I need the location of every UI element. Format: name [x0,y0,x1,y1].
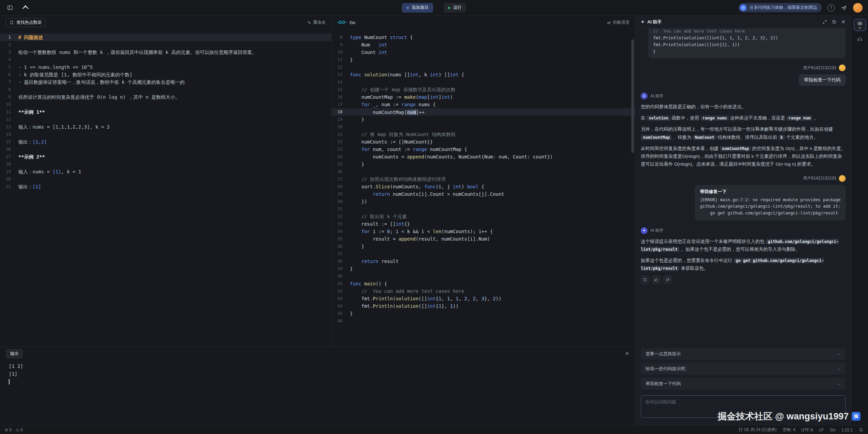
editor-line-15[interactable]: 15 // 创建一个 map 存储数字及其出现的次数 [332,86,635,93]
code-editor[interactable]: 8type NumCount struct {9 Num int10 Count… [332,29,635,346]
editor-line-44[interactable]: 44 fmt.Println(solution([]int{1}, 1)) [332,302,635,310]
feedback-icon[interactable] [840,4,848,12]
editor-line-13[interactable]: 13func solution(nums []int, k int) []int… [332,71,635,78]
editor-line-18[interactable]: 18 [0,161,331,168]
regenerate-button[interactable] [641,276,649,284]
warnings-indicator[interactable]: ⚠ 0 [16,428,23,432]
editor-line-45[interactable]: 45} [332,310,635,317]
editor-line-43[interactable]: 43 fmt.Println(solution([]int{1, 1, 1, 2… [332,295,635,302]
editor-line-12[interactable]: 12 [0,116,331,123]
editor-line-11[interactable]: 11**示例 1** [0,108,331,116]
editor-line-26[interactable]: 26 [332,168,635,175]
editor-line-36[interactable]: 36 } [332,243,635,250]
editor-line-14[interactable]: 14 [332,78,635,86]
panel-toggle-icon[interactable] [5,3,14,12]
status-item[interactable]: 1.22.1 [842,428,853,432]
editor-line-22[interactable]: 22 numCounts := []NumCount{} [332,138,635,146]
editor-line-42[interactable]: 42 // You can add more test cases here [332,287,635,295]
editor-line-39[interactable]: 39} [332,265,635,272]
editor-line-11[interactable]: 11} [332,56,635,63]
editor-line-15[interactable]: 15输出：[1,2] [0,138,331,146]
editor-line-5[interactable]: 5- 1 <= nums.length <= 10^5 [0,63,331,71]
editor-line-8[interactable]: 8type NumCount struct { [332,34,635,41]
editor-line-27[interactable]: 27 // 按照出现次数对结构体数组进行排序 [332,175,635,183]
expand-icon[interactable] [823,20,827,24]
editor-line-16[interactable]: 16 [0,146,331,153]
editor-line-31[interactable]: 31 [332,205,635,213]
close-icon[interactable]: ✕ [841,19,846,25]
editor-line-16[interactable]: 16 numCountMap := make(map[int]int) [332,93,635,101]
output-console[interactable]: [1 2][1] [0,360,635,386]
editor-line-13[interactable]: 13输入：nums = [1,1,1,2,2,3], k = 2 [0,123,331,131]
editor-line-4[interactable]: 4 [0,56,331,63]
editor-line-3[interactable]: 3给你一个整数数组 nums 和一个整数 k ，请你返回其中出现频率前 k 高的… [0,49,331,56]
main-area: 查找热点数据 ✎ 重命名 1# 问题描述23给你一个整数数组 nums 和一个整… [0,16,868,425]
editor-line-21[interactable]: 21 // 将 map 转换为 NumCount 结构体数组 [332,131,635,138]
editor-line-19[interactable]: 19 } [332,116,635,123]
status-item[interactable]: UTF-8 [802,428,813,432]
editor-line-7[interactable]: 7- 题目数据保证答案唯一，换句话说，数组中前 k 个高频元素的集合是唯一的 [0,78,331,86]
editor-line-28[interactable]: 28 sort.Slice(numCounts, func(i, j int) … [332,183,635,190]
editor-line-35[interactable]: 35 result = append(result, numCounts[i].… [332,235,635,243]
editor-line-38[interactable]: 38 return result [332,258,635,265]
editor-line-2[interactable]: 2 [0,41,331,49]
promo-banner[interactable]: 分 分享代码练习体验，领限量定制周边 [738,3,822,12]
status-item[interactable]: 空格: 4 [783,427,795,433]
ai-assistant-button[interactable]: AI [854,19,866,31]
status-item[interactable]: Go [830,428,835,432]
editor-line-24[interactable]: 24 numCounts = append(numCounts, NumCoun… [332,153,635,161]
editor-line-10[interactable]: 10 Count int [332,49,635,56]
editor-line-12[interactable]: 12 [332,63,635,71]
suggestion-button[interactable]: 帮我检查一下代码→ [641,378,846,390]
errors-indicator[interactable]: ⊘ 0 [5,428,12,432]
editor-line-21[interactable]: 21输出：[1] [0,183,331,190]
editor-line-17[interactable]: 17 for _, num := range nums { [332,101,635,108]
editor-line-8[interactable]: 8 [0,86,331,93]
editor-line-46[interactable]: 46 [332,317,635,325]
problem-title-button[interactable]: 查找热点数据 [5,18,46,27]
editor-line-33[interactable]: 33 result := []int{} [332,220,635,228]
user-avatar[interactable] [853,3,863,13]
editor-line-37[interactable]: 37 [332,250,635,258]
editor-line-25[interactable]: 25 } [332,161,635,168]
chat-history[interactable]: // You can add more test cases herefmt.P… [635,29,851,348]
suggestion-button[interactable]: 需要一点思路提示→ [641,348,846,360]
suggestion-button[interactable]: 给我一些代码提示吧→ [641,363,846,375]
output-close-icon[interactable]: ✕ [625,351,629,356]
editor-line-32[interactable]: 32 // 取出前 k 个元素 [332,213,635,220]
status-item[interactable]: LF [819,428,824,432]
editor-line-20[interactable]: 20 [332,123,635,131]
editor-line-10[interactable]: 10 [0,101,331,108]
editor-scrollbar[interactable] [631,39,634,153]
switch-language-button[interactable]: ⇄ 切换语言 [607,20,630,25]
thumbs-up-button[interactable] [652,276,660,284]
editor-line-1[interactable]: 1# 问题描述 [0,34,331,41]
support-icon[interactable] [857,36,863,42]
editor-line-18[interactable]: 18 numCountMap[num]++ [332,108,635,116]
juejin-logo-icon[interactable] [21,3,30,12]
editor-line-20[interactable]: 20 [0,175,331,183]
editor-line-19[interactable]: 19输入：nums = [1], k = 1 [0,168,331,175]
editor-line-41[interactable]: 41func main() { [332,280,635,287]
editor-line-17[interactable]: 17**示例 2** [0,153,331,161]
editor-line-9[interactable]: 9你所设计算法的时间复杂度必须优于 O(n log n) ，其中 n 是数组大小… [0,93,331,101]
add-problem-button[interactable]: + 添加题目 [402,3,433,13]
output-tab[interactable]: 输出 [6,349,23,358]
history-icon[interactable] [832,20,836,24]
editor-line-23[interactable]: 23 for num, count := range numCountMap { [332,146,635,153]
ai-input[interactable] [641,395,846,418]
help-icon[interactable]: ? [827,4,835,12]
rename-button[interactable]: ✎ 重命名 [308,20,326,25]
problem-editor[interactable]: 1# 问题描述23给你一个整数数组 nums 和一个整数 k ，请你返回其中出现… [0,29,331,346]
editor-line-9[interactable]: 9 Num int [332,41,635,49]
status-item[interactable]: 行 18, 列 24 (已选择) [739,427,776,433]
editor-line-6[interactable]: 6- k 的取值范围是 [1, 数组中不相同的元素的个数] [0,71,331,78]
editor-line-29[interactable]: 29 return numCounts[i].Count > numCounts… [332,190,635,198]
run-button[interactable]: ▶ 运行 [444,3,466,13]
editor-line-40[interactable]: 40 [332,272,635,280]
thumbs-down-button[interactable] [663,276,672,284]
editor-line-34[interactable]: 34 for i := 0; i < k && i < len(numCount… [332,228,635,235]
notification-icon[interactable] [859,428,863,432]
editor-line-30[interactable]: 30 }) [332,198,635,205]
editor-line-14[interactable]: 14 [0,131,331,138]
